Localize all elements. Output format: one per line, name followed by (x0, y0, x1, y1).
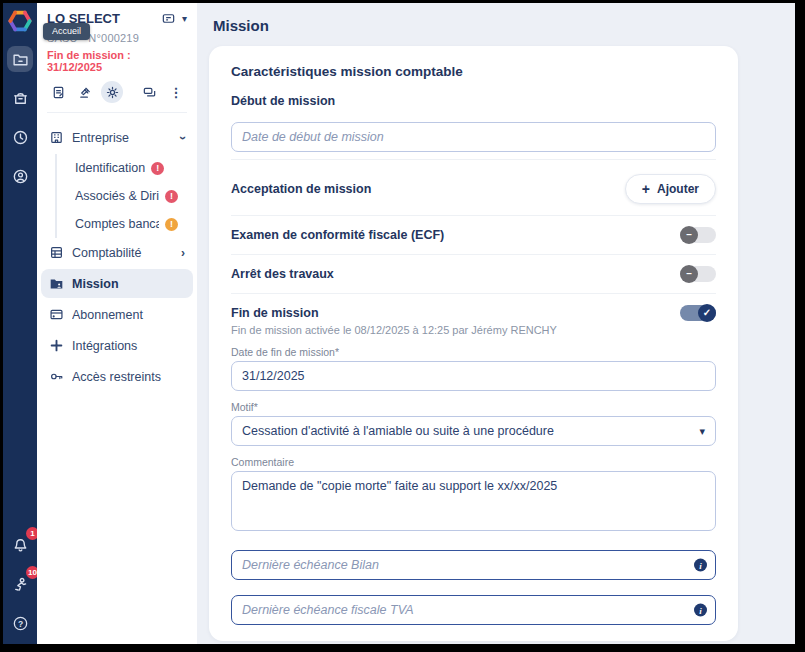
key-icon (49, 369, 64, 384)
bilan-field: i (231, 550, 716, 580)
fin-toggle[interactable]: ✓ (680, 305, 716, 321)
sidebar: Accueil LO SELECT ▾ SASU • N°000219 Fin … (37, 3, 197, 644)
mission-end-alert: Fin de mission : 31/12/2025 (47, 49, 187, 73)
mission-card: Caractéristiques mission comptable Début… (209, 46, 738, 641)
sidebar-item-acces-restreints[interactable]: Accès restreints (41, 362, 193, 391)
sidebar-item-comptes-bancaires[interactable]: Comptes bancaires ! (71, 210, 193, 238)
rail-item-contacts-icon[interactable] (7, 163, 33, 189)
subscription-card-icon (49, 307, 64, 322)
mission-folder-icon (49, 276, 64, 291)
date-fin-input[interactable] (231, 361, 716, 391)
sidebar-item-integrations[interactable]: Intégrations (41, 331, 193, 360)
page-title: Mission (213, 17, 738, 34)
fin-helper-text: Fin de mission activée le 08/12/2025 à 1… (231, 324, 716, 336)
notifications-bell-icon[interactable]: 1 (7, 532, 33, 558)
chat-icon[interactable] (138, 81, 160, 103)
info-icon[interactable]: i (694, 559, 707, 572)
sidebar-item-label: Accès restreints (72, 370, 185, 384)
rail-item-archive-icon[interactable] (7, 85, 33, 111)
ecf-row: Examen de conformité fiscale (ECF) – (231, 215, 716, 254)
sidebar-item-label: Mission (72, 277, 185, 291)
sidebar-item-label: Abonnement (72, 308, 185, 322)
fin-row: Fin de mission ✓ (231, 305, 716, 321)
arret-label: Arrêt des travaux (231, 267, 334, 281)
error-badge-icon: ! (151, 162, 164, 175)
debut-mission-input[interactable] (231, 122, 716, 152)
sidebar-item-mission[interactable]: Mission (41, 269, 193, 298)
commentaire-label: Commentaire (231, 456, 716, 468)
ecf-toggle[interactable]: – (680, 227, 716, 243)
sidebar-item-comptabilite[interactable]: Comptabilité › (41, 238, 193, 267)
tva-input[interactable] (231, 595, 716, 625)
workspace-header: Accueil LO SELECT ▾ SASU • N°000219 Fin … (37, 11, 197, 113)
info-icon[interactable]: i (694, 604, 707, 617)
sidebar-item-abonnement[interactable]: Abonnement (41, 300, 193, 329)
primary-rail: 1 10 ? (3, 3, 37, 644)
motif-selected-value: Cessation d'activité à l'amiable ou suit… (242, 424, 699, 438)
svg-text:?: ? (17, 618, 22, 628)
motif-label: Motif* (231, 401, 716, 413)
main-content: Mission Caractéristiques mission comptab… (197, 3, 795, 644)
sidebar-item-identification[interactable]: Identification ! (71, 154, 193, 182)
sidebar-item-entreprise[interactable]: Entreprise › (41, 123, 193, 152)
error-badge-icon: ! (165, 190, 178, 203)
ajouter-button[interactable]: + Ajouter (625, 174, 716, 204)
fin-label: Fin de mission (231, 306, 319, 320)
commentaire-textarea[interactable]: Demande de "copie morte" faite au suppor… (231, 471, 716, 531)
caret-down-icon: ▾ (699, 425, 705, 438)
fin-mission-section: Fin de mission ✓ Fin de mission activée … (231, 293, 716, 625)
sidebar-item-associes-dirigeants[interactable]: Associés & Dirigea... ! (71, 182, 193, 210)
accueil-tooltip: Accueil (43, 23, 90, 40)
toggle-check-icon: ✓ (698, 304, 716, 322)
toggle-minus-icon: – (680, 265, 698, 283)
ajouter-button-label: Ajouter (657, 182, 699, 196)
workspace-toolbar: ⋮ (47, 81, 187, 113)
tva-field: i (231, 595, 716, 625)
table-grid-icon (49, 245, 64, 260)
app-logo-icon[interactable] (7, 8, 33, 34)
ecf-label: Examen de conformité fiscale (ECF) (231, 228, 444, 242)
sidebar-item-label: Intégrations (72, 339, 185, 353)
card-heading: Caractéristiques mission comptable (231, 64, 716, 79)
arret-toggle[interactable]: – (680, 266, 716, 282)
chevron-down-icon: › (176, 136, 190, 140)
notes-document-icon[interactable] (47, 81, 69, 103)
chevron-right-icon: › (181, 246, 185, 260)
arret-row: Arrêt des travaux – (231, 254, 716, 293)
help-icon[interactable]: ? (7, 610, 33, 636)
referral-users-icon[interactable]: 10 (7, 571, 33, 597)
toggle-minus-icon: – (680, 226, 698, 244)
warning-badge-icon: ! (165, 218, 178, 231)
rail-item-history-icon[interactable] (7, 124, 33, 150)
rail-item-folders-icon[interactable] (7, 46, 33, 72)
legal-gavel-icon[interactable] (74, 81, 96, 103)
building-icon (49, 130, 64, 145)
debut-mission-label: Début de mission (231, 94, 716, 108)
settings-gear-icon[interactable] (101, 81, 123, 103)
sidebar-item-label: Comptabilité (72, 246, 173, 260)
sidebar-nav: Entreprise › Identification ! Associés &… (37, 113, 197, 393)
entreprise-subnav: Identification ! Associés & Dirigea... !… (55, 154, 193, 238)
workspace-caret-down-icon[interactable]: ▾ (182, 13, 187, 24)
motif-select[interactable]: Cessation d'activité à l'amiable ou suit… (231, 416, 716, 446)
app-window: 1 10 ? Accueil LO SELECT (0, 0, 805, 652)
more-kebab-icon[interactable]: ⋮ (165, 81, 187, 103)
integrations-asterisk-icon (49, 338, 64, 353)
acceptation-row: Acceptation de mission + Ajouter (231, 159, 716, 215)
sidebar-item-label: Entreprise (72, 131, 173, 145)
acceptation-label: Acceptation de mission (231, 182, 371, 196)
company-card-icon[interactable] (161, 11, 176, 26)
bilan-input[interactable] (231, 550, 716, 580)
date-fin-label: Date de fin de mission* (231, 346, 716, 358)
plus-icon: + (642, 181, 650, 197)
